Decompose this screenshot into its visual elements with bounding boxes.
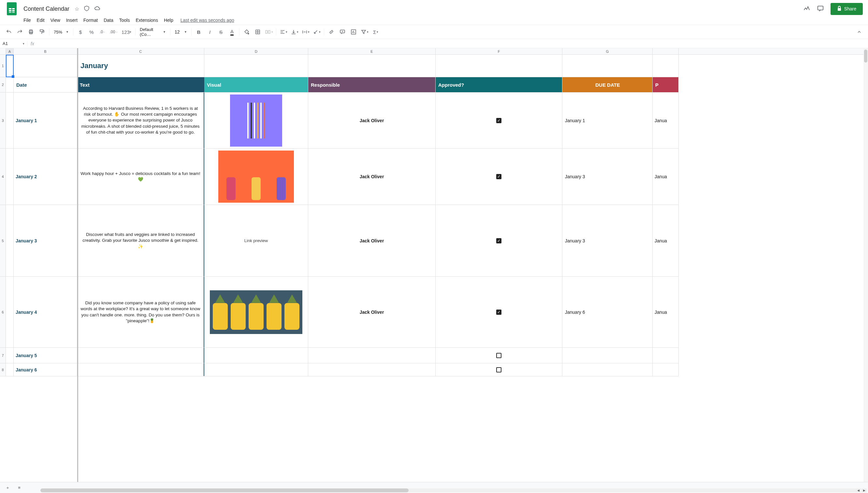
move-icon[interactable] bbox=[84, 5, 90, 13]
approved-cell[interactable] bbox=[436, 92, 562, 148]
approved-checkbox[interactable] bbox=[496, 118, 501, 123]
date-cell[interactable]: January 4 bbox=[14, 277, 77, 347]
approved-cell[interactable] bbox=[436, 205, 562, 276]
insert-comment-icon[interactable] bbox=[338, 27, 347, 37]
insert-chart-icon[interactable] bbox=[349, 27, 359, 37]
row-header-8[interactable]: 8 bbox=[0, 363, 5, 376]
cell[interactable] bbox=[6, 348, 14, 363]
fill-color-icon[interactable] bbox=[242, 27, 252, 37]
document-title[interactable]: Content Calendar bbox=[22, 5, 71, 13]
filter-icon[interactable]: ▾ bbox=[360, 27, 369, 37]
all-sheets-button[interactable]: ≡ bbox=[15, 484, 23, 485]
date-cell[interactable]: January 2 bbox=[14, 149, 77, 205]
bold-icon[interactable]: B bbox=[194, 27, 204, 37]
comments-icon[interactable] bbox=[817, 5, 824, 13]
visual-cell[interactable] bbox=[204, 277, 308, 347]
collapse-toolbar-icon[interactable] bbox=[854, 27, 864, 37]
col-header-partial[interactable] bbox=[653, 48, 679, 55]
col-header-F[interactable]: F bbox=[436, 48, 562, 55]
text-cell[interactable]: Did you know some company have a policy … bbox=[77, 277, 204, 347]
approved-checkbox[interactable] bbox=[496, 309, 501, 315]
p-cell[interactable] bbox=[653, 363, 679, 376]
col-header-A[interactable]: A bbox=[6, 48, 14, 55]
undo-icon[interactable] bbox=[4, 27, 14, 37]
cloud-icon[interactable] bbox=[94, 5, 101, 12]
responsible-cell[interactable] bbox=[308, 348, 436, 363]
cell[interactable] bbox=[308, 55, 436, 77]
approved-checkbox[interactable] bbox=[496, 238, 501, 243]
header-visual[interactable]: Visual bbox=[204, 77, 308, 92]
p-cell[interactable] bbox=[653, 348, 679, 363]
cell[interactable] bbox=[6, 149, 14, 205]
header-due[interactable]: DUE DATE bbox=[562, 77, 653, 92]
menu-format[interactable]: Format bbox=[81, 16, 100, 24]
header-p[interactable]: P bbox=[653, 77, 679, 92]
date-cell[interactable]: January 3 bbox=[14, 205, 77, 276]
star-icon[interactable]: ☆ bbox=[74, 6, 79, 12]
header-text[interactable]: Text bbox=[77, 77, 204, 92]
vertical-scrollbar[interactable] bbox=[864, 48, 868, 484]
responsible-cell[interactable] bbox=[308, 363, 436, 376]
font-size-select[interactable]: 12▼ bbox=[173, 28, 189, 36]
row-header-5[interactable]: 5 bbox=[0, 205, 5, 277]
text-cell[interactable]: Discover what fruits and veggies are lin… bbox=[77, 205, 204, 276]
col-header-C[interactable]: C bbox=[77, 48, 204, 55]
visual-cell[interactable]: Link preview bbox=[204, 205, 308, 276]
cell[interactable] bbox=[204, 55, 308, 77]
row-header-3[interactable]: 3 bbox=[0, 92, 5, 149]
row-header-6[interactable]: 6 bbox=[0, 277, 5, 348]
menu-edit[interactable]: Edit bbox=[34, 16, 47, 24]
cell[interactable] bbox=[436, 55, 562, 77]
visual-cell[interactable] bbox=[204, 149, 308, 205]
approved-checkbox[interactable] bbox=[496, 353, 501, 358]
due-cell[interactable]: January 1 bbox=[562, 92, 653, 148]
approved-cell[interactable] bbox=[436, 348, 562, 363]
approved-checkbox[interactable] bbox=[496, 174, 501, 179]
visual-cell[interactable] bbox=[204, 348, 308, 363]
select-all-corner[interactable] bbox=[0, 48, 6, 55]
vertical-align-icon[interactable]: ▾ bbox=[290, 27, 300, 37]
formula-input[interactable] bbox=[38, 39, 868, 48]
increase-decimal-icon[interactable]: .00→ bbox=[109, 27, 118, 37]
zoom-select[interactable]: 75%▼ bbox=[52, 28, 71, 36]
menu-data[interactable]: Data bbox=[101, 16, 116, 24]
share-button[interactable]: Share bbox=[830, 3, 863, 15]
name-box[interactable]: A1▾ bbox=[0, 41, 27, 46]
approved-cell[interactable] bbox=[436, 363, 562, 376]
date-cell[interactable]: January 6 bbox=[14, 363, 77, 376]
strikethrough-icon[interactable]: S bbox=[216, 27, 226, 37]
col-header-G[interactable]: G bbox=[562, 48, 653, 55]
responsible-cell[interactable]: Jack Oliver bbox=[308, 92, 436, 148]
font-select[interactable]: Default (Co…▼ bbox=[138, 28, 168, 36]
responsible-cell[interactable]: Jack Oliver bbox=[308, 205, 436, 276]
row-header-2[interactable]: 2 bbox=[0, 77, 5, 92]
row-header-7[interactable]: 7 bbox=[0, 348, 5, 363]
print-icon[interactable] bbox=[26, 27, 36, 37]
cell[interactable] bbox=[6, 92, 14, 148]
p-cell[interactable]: Janua bbox=[653, 149, 679, 205]
borders-icon[interactable] bbox=[253, 27, 263, 37]
header-approved[interactable]: Approved? bbox=[436, 77, 562, 92]
menu-tools[interactable]: Tools bbox=[117, 16, 133, 24]
merge-cells-icon[interactable]: ▾ bbox=[264, 27, 274, 37]
col-header-E[interactable]: E bbox=[308, 48, 436, 55]
text-color-icon[interactable]: A bbox=[227, 27, 237, 37]
text-rotation-icon[interactable]: ▾ bbox=[312, 27, 322, 37]
approved-checkbox[interactable] bbox=[496, 367, 501, 372]
currency-icon[interactable]: $ bbox=[75, 27, 85, 37]
row-header-1[interactable]: 1 bbox=[0, 55, 5, 77]
cell[interactable] bbox=[6, 77, 14, 92]
month-title-cell[interactable]: January bbox=[77, 55, 204, 77]
date-cell[interactable]: January 5 bbox=[14, 348, 77, 363]
cell[interactable] bbox=[562, 55, 653, 77]
cell[interactable] bbox=[653, 55, 679, 77]
due-cell[interactable]: January 3 bbox=[562, 205, 653, 276]
text-cell[interactable] bbox=[77, 363, 204, 376]
due-cell[interactable]: January 6 bbox=[562, 277, 653, 347]
menu-file[interactable]: File bbox=[21, 16, 34, 24]
menu-view[interactable]: View bbox=[48, 16, 63, 24]
col-header-B[interactable]: B bbox=[14, 48, 77, 55]
menu-help[interactable]: Help bbox=[161, 16, 176, 24]
cell[interactable] bbox=[6, 205, 14, 276]
paint-format-icon[interactable] bbox=[37, 27, 47, 37]
